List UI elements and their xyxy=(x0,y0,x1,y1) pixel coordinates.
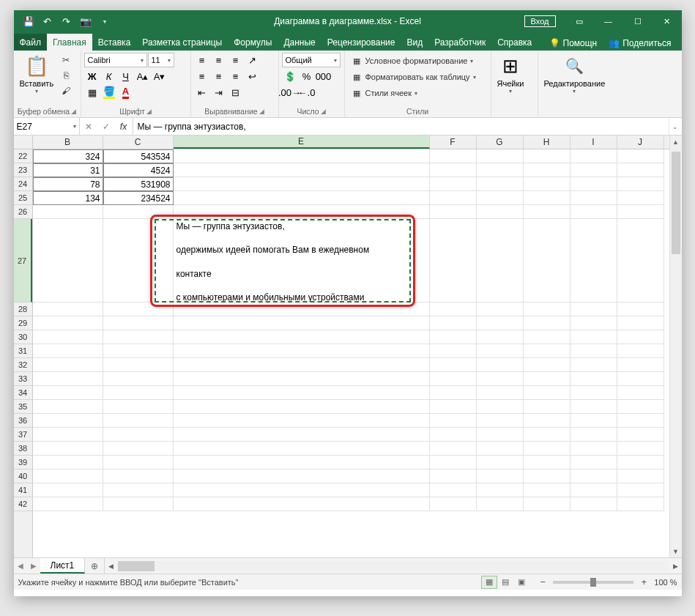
cell[interactable] xyxy=(430,456,477,470)
cell[interactable] xyxy=(174,442,430,456)
cell[interactable] xyxy=(617,456,664,470)
cell[interactable] xyxy=(430,344,477,358)
cell[interactable] xyxy=(430,497,477,511)
align-middle-icon[interactable]: ≡ xyxy=(211,53,227,67)
cell[interactable] xyxy=(477,372,524,386)
tab-formulas[interactable]: Формулы xyxy=(228,34,278,51)
cell[interactable] xyxy=(571,330,617,344)
sheet-nav-next-icon[interactable]: ▶ xyxy=(27,558,40,574)
cell[interactable] xyxy=(477,358,524,372)
chevron-down-icon[interactable]: ▾ xyxy=(73,123,76,130)
accounting-icon[interactable]: 💲 xyxy=(282,69,298,84)
dialog-launcher-icon[interactable]: ◢ xyxy=(71,108,76,115)
cell[interactable] xyxy=(617,442,664,456)
decrease-decimal-icon[interactable]: ←.0 xyxy=(299,85,315,100)
cell[interactable] xyxy=(571,358,617,372)
cell[interactable] xyxy=(524,456,571,470)
align-bottom-icon[interactable]: ≡ xyxy=(228,53,244,67)
share-button[interactable]: 👥Поделиться xyxy=(604,36,675,51)
cell[interactable] xyxy=(174,344,430,358)
cell[interactable] xyxy=(430,191,477,205)
cell[interactable] xyxy=(174,191,430,205)
cell[interactable] xyxy=(617,163,664,177)
cell[interactable] xyxy=(524,330,571,344)
cell[interactable] xyxy=(617,191,664,205)
cell[interactable] xyxy=(33,358,103,372)
ribbon-options-icon[interactable]: ▭ xyxy=(565,10,594,32)
fx-icon[interactable]: fx xyxy=(115,122,133,132)
cell[interactable] xyxy=(430,386,477,400)
decrease-indent-icon[interactable]: ⇤ xyxy=(194,85,210,100)
cell[interactable] xyxy=(477,177,524,191)
add-sheet-icon[interactable]: ⊕ xyxy=(85,558,104,574)
cell[interactable] xyxy=(524,303,571,316)
close-button[interactable]: ✕ xyxy=(653,10,682,32)
cell[interactable] xyxy=(430,470,477,483)
cell[interactable] xyxy=(103,372,174,386)
row-header[interactable]: 29 xyxy=(14,316,32,330)
cell[interactable] xyxy=(430,149,477,163)
font-name-combo[interactable]: Calibri▾ xyxy=(84,53,147,67)
column-header[interactable]: J xyxy=(617,136,664,149)
cell[interactable] xyxy=(477,149,524,163)
cell[interactable] xyxy=(430,303,477,316)
tell-me[interactable]: 💡Помощн xyxy=(545,36,602,51)
zoom-slider[interactable] xyxy=(553,581,633,584)
row-header[interactable]: 39 xyxy=(14,456,32,470)
cell[interactable] xyxy=(571,149,617,163)
cell[interactable] xyxy=(524,497,571,511)
cell[interactable] xyxy=(103,316,174,330)
cell[interactable] xyxy=(477,219,524,303)
align-right-icon[interactable]: ≡ xyxy=(228,69,244,84)
cell[interactable] xyxy=(103,456,174,470)
row-header[interactable]: 37 xyxy=(14,428,32,442)
cell[interactable] xyxy=(33,470,103,483)
cancel-icon[interactable]: ✕ xyxy=(80,122,97,132)
cell[interactable] xyxy=(617,177,664,191)
cell[interactable] xyxy=(477,483,524,497)
cell[interactable] xyxy=(617,358,664,372)
column-header[interactable]: I xyxy=(571,136,617,149)
merge-icon[interactable]: ⊟ xyxy=(228,85,244,100)
cell[interactable] xyxy=(617,303,664,316)
enter-icon[interactable]: ✓ xyxy=(97,122,115,132)
tab-data[interactable]: Данные xyxy=(278,34,321,51)
cell[interactable] xyxy=(524,344,571,358)
cell[interactable]: 134 xyxy=(33,191,103,205)
row-header[interactable]: 38 xyxy=(14,442,32,456)
tab-file[interactable]: Файл xyxy=(14,34,48,51)
column-header[interactable]: H xyxy=(524,136,571,149)
cell[interactable] xyxy=(477,163,524,177)
cell[interactable] xyxy=(477,205,524,219)
cell[interactable] xyxy=(617,470,664,483)
cell-styles-button[interactable]: ▦Стили ячеек▾ xyxy=(348,85,420,101)
cell[interactable] xyxy=(617,386,664,400)
cell[interactable] xyxy=(571,386,617,400)
cell[interactable] xyxy=(430,358,477,372)
cell[interactable]: 324 xyxy=(33,149,103,163)
cell[interactable] xyxy=(617,483,664,497)
cell[interactable] xyxy=(571,400,617,414)
cell[interactable] xyxy=(477,470,524,483)
italic-button[interactable]: К xyxy=(101,69,117,84)
tab-insert[interactable]: Вставка xyxy=(92,34,137,51)
scroll-up-icon[interactable]: ▲ xyxy=(670,136,682,148)
orientation-icon[interactable]: ↗ xyxy=(245,53,261,67)
tab-help[interactable]: Справка xyxy=(491,34,538,51)
cell[interactable] xyxy=(430,400,477,414)
worksheet-grid[interactable]: BCEFGHIJ 2223242526272829303132333435363… xyxy=(14,136,682,557)
cell[interactable] xyxy=(103,330,174,344)
cell[interactable] xyxy=(524,191,571,205)
cell[interactable] xyxy=(33,400,103,414)
cell[interactable] xyxy=(103,497,174,511)
cell[interactable] xyxy=(430,205,477,219)
tab-view[interactable]: Вид xyxy=(401,34,428,51)
signin-button[interactable]: Вход xyxy=(524,15,556,27)
dialog-launcher-icon[interactable]: ◢ xyxy=(321,108,326,115)
cell[interactable] xyxy=(174,386,430,400)
cell[interactable] xyxy=(571,414,617,428)
cell[interactable] xyxy=(103,303,174,316)
cell[interactable] xyxy=(617,219,664,303)
cell[interactable] xyxy=(477,330,524,344)
cell[interactable] xyxy=(33,414,103,428)
